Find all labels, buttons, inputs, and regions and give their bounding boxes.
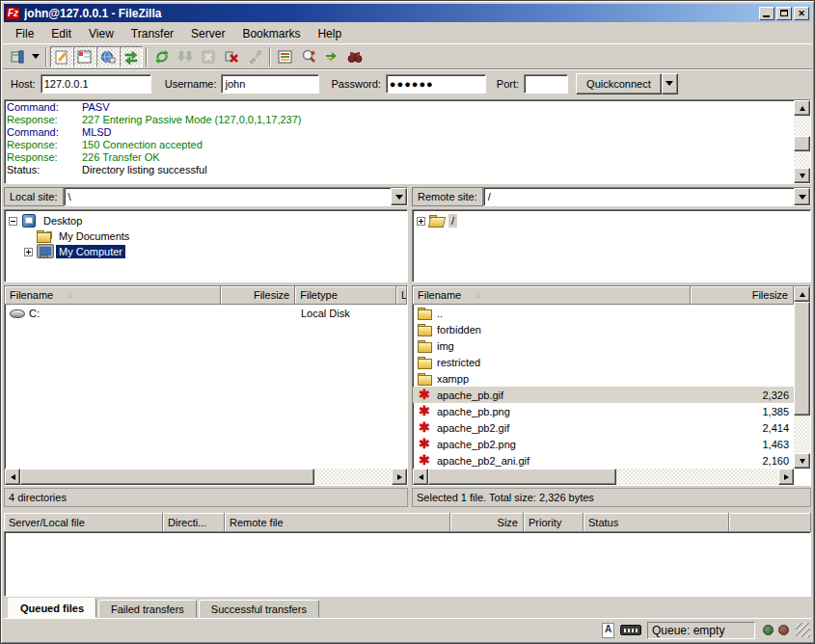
tree-item-root[interactable]: /: [417, 213, 810, 228]
local-site-combo[interactable]: \: [64, 187, 408, 206]
expander-icon[interactable]: [9, 217, 17, 226]
reconnect-button[interactable]: [243, 46, 266, 67]
combo-dropdown-button[interactable]: [391, 188, 407, 205]
scrollbar-thumb[interactable]: [794, 302, 810, 416]
column-header-filename[interactable]: Filename: [413, 286, 691, 305]
scrollbar-thumb[interactable]: [794, 136, 810, 151]
local-horizontal-scrollbar[interactable]: [5, 469, 407, 485]
tab-queued-files[interactable]: Queued files: [8, 598, 96, 618]
host-input[interactable]: [41, 74, 151, 94]
maximize-button[interactable]: [776, 7, 792, 20]
file-row[interactable]: restricted: [413, 354, 794, 370]
tree-item-desktop[interactable]: Desktop: [9, 213, 407, 228]
file-row[interactable]: apache_pb2.png1,463: [413, 436, 794, 452]
directory-comparison-button[interactable]: [297, 46, 320, 67]
resize-grip[interactable]: [796, 623, 810, 637]
data-type-ascii-icon[interactable]: [599, 623, 616, 638]
log-vertical-scrollbar[interactable]: [794, 100, 810, 183]
local-list-body: C: Local Disk: [5, 305, 407, 469]
column-header-filename[interactable]: Filename: [5, 286, 221, 305]
username-input[interactable]: [221, 74, 319, 94]
expander-icon[interactable]: [417, 217, 425, 226]
menu-edit[interactable]: Edit: [42, 25, 80, 42]
menu-server[interactable]: Server: [182, 25, 233, 42]
remote-horizontal-scrollbar[interactable]: [413, 469, 794, 485]
close-button[interactable]: ✕: [794, 7, 809, 20]
minimize-button[interactable]: [759, 7, 774, 20]
file-row[interactable]: apache_pb2_ani.gif2,160: [413, 452, 794, 469]
site-manager-button[interactable]: [6, 46, 29, 67]
column-header-filetype[interactable]: Filetype: [295, 286, 396, 305]
file-row[interactable]: forbidden: [413, 321, 794, 337]
file-row[interactable]: img: [413, 337, 794, 354]
menu-help[interactable]: Help: [309, 25, 350, 42]
tree-item-my-documents[interactable]: My Documents: [9, 228, 407, 244]
column-header-last-modified[interactable]: L: [396, 286, 407, 305]
remote-vertical-scrollbar[interactable]: [794, 286, 810, 469]
local-tree: Desktop My Documents My Computer: [4, 209, 408, 282]
scroll-down-button[interactable]: [794, 453, 810, 469]
file-row[interactable]: apache_pb2.gif2,414: [413, 419, 794, 436]
file-row[interactable]: xampp: [413, 370, 794, 387]
toggle-message-log-button[interactable]: [50, 46, 73, 67]
process-queue-button[interactable]: [174, 46, 197, 67]
column-header-remote-file[interactable]: Remote file: [225, 513, 450, 532]
expander-icon[interactable]: [24, 248, 33, 256]
file-row[interactable]: apache_pb.png1,385: [413, 403, 794, 419]
column-header-status[interactable]: Status: [584, 513, 729, 532]
toggle-transfer-queue-button[interactable]: [120, 46, 143, 67]
filter-button[interactable]: [274, 46, 297, 67]
site-manager-dropdown[interactable]: [29, 46, 42, 67]
column-header-filesize[interactable]: Filesize: [221, 286, 295, 305]
file-row-c-drive[interactable]: C: Local Disk: [5, 305, 407, 321]
message-log-icon: [54, 49, 69, 65]
scroll-up-button[interactable]: [794, 100, 810, 116]
local-site-row: Local site: \: [4, 186, 408, 207]
disconnect-button[interactable]: [220, 46, 243, 67]
speed-limit-icon[interactable]: [620, 625, 641, 635]
column-header-direction[interactable]: Directi...: [163, 513, 225, 532]
remote-site-combo[interactable]: /: [483, 187, 811, 206]
file-row[interactable]: ..: [413, 305, 794, 321]
combo-dropdown-button[interactable]: [794, 188, 810, 205]
quickconnect-dropdown[interactable]: [662, 73, 678, 94]
column-header-size[interactable]: Size: [450, 513, 524, 532]
scroll-right-button[interactable]: [392, 469, 407, 485]
remote-file-list: Filename Filesize .. forbidden img restr…: [412, 285, 811, 486]
cancel-button[interactable]: [197, 46, 220, 67]
file-row[interactable]: apache_pb.gif2,326: [413, 387, 794, 403]
remote-site-value: /: [484, 191, 794, 202]
synchronized-browsing-button[interactable]: [320, 46, 343, 67]
column-header-priority[interactable]: Priority: [524, 513, 584, 532]
password-label: Password:: [331, 78, 380, 90]
open-folder-icon: [429, 214, 446, 228]
folder-icon: [418, 356, 434, 369]
scroll-right-button[interactable]: [778, 469, 794, 485]
toggle-local-tree-button[interactable]: [73, 46, 96, 67]
port-input[interactable]: [524, 74, 568, 94]
quickconnect-button[interactable]: Quickconnect: [576, 73, 662, 94]
scroll-up-button[interactable]: [794, 286, 810, 302]
refresh-button[interactable]: [150, 46, 174, 67]
menu-bookmarks[interactable]: Bookmarks: [233, 25, 309, 42]
local-list-header: Filename Filesize Filetype L: [5, 286, 407, 305]
scrollbar-thumb[interactable]: [428, 469, 616, 485]
drive-icon: [10, 307, 26, 320]
toggle-remote-tree-button[interactable]: [96, 46, 120, 67]
column-header-filesize[interactable]: Filesize: [691, 286, 794, 305]
scrollbar-thumb[interactable]: [20, 469, 314, 485]
menu-view[interactable]: View: [80, 25, 122, 42]
menu-transfer[interactable]: Transfer: [122, 25, 182, 42]
menu-file[interactable]: File: [7, 25, 42, 42]
compare-icon: [301, 49, 316, 65]
password-input[interactable]: [386, 74, 486, 94]
tab-failed-transfers[interactable]: Failed transfers: [98, 600, 197, 618]
scroll-left-button[interactable]: [413, 469, 428, 485]
column-header-empty: [729, 513, 811, 532]
scroll-down-button[interactable]: [794, 168, 810, 183]
column-header-server-local-file[interactable]: Server/Local file: [4, 513, 163, 532]
scroll-left-button[interactable]: [5, 469, 20, 485]
find-files-button[interactable]: [343, 46, 367, 67]
tab-successful-transfers[interactable]: Successful transfers: [199, 600, 319, 618]
tree-item-my-computer[interactable]: My Computer: [9, 244, 407, 259]
